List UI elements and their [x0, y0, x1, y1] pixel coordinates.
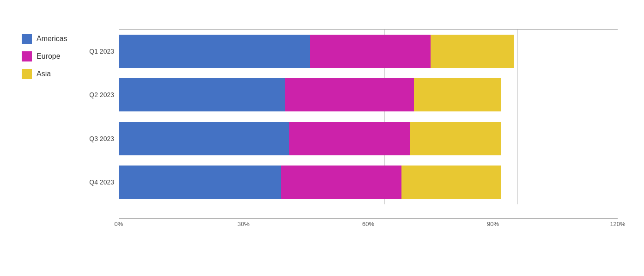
bars-section: Q1 2023Q2 2023Q3 2023Q4 2023 — [86, 30, 618, 218]
bar-quarter-label: Q2 2023 — [86, 91, 119, 98]
bar-segment-asia — [414, 78, 501, 111]
bar-quarter-label: Q3 2023 — [86, 135, 119, 142]
bar-segment-europe — [310, 35, 431, 68]
x-axis-tick: 90% — [487, 221, 499, 227]
chart-legend: AmericasEuropeAsia — [22, 29, 86, 233]
legend-item-asia: Asia — [22, 69, 86, 79]
bar-segment-europe — [281, 166, 401, 199]
bar-segment-americas — [119, 122, 289, 155]
bar-track — [119, 122, 618, 155]
legend-swatch-asia — [22, 69, 32, 79]
x-axis-tick: 60% — [362, 221, 374, 227]
bar-segment-asia — [410, 122, 501, 155]
bar-segment-americas — [119, 78, 285, 111]
bar-track — [119, 166, 618, 199]
bar-row: Q4 2023 — [86, 161, 618, 203]
bar-row: Q1 2023 — [86, 31, 618, 72]
legend-item-americas: Americas — [22, 34, 86, 44]
x-axis-tick: 120% — [610, 221, 625, 227]
bar-segment-europe — [289, 122, 410, 155]
legend-label-asia: Asia — [36, 70, 51, 78]
bar-track — [119, 35, 618, 68]
bar-rows: Q1 2023Q2 2023Q3 2023Q4 2023 — [86, 30, 618, 204]
bar-quarter-label: Q1 2023 — [86, 48, 119, 55]
chart-area: Q1 2023Q2 2023Q3 2023Q4 2023 0%30%60%90%… — [86, 29, 618, 233]
bar-segment-americas — [119, 166, 281, 199]
legend-item-europe: Europe — [22, 51, 86, 61]
legend-label-americas: Americas — [36, 35, 67, 43]
bar-row: Q3 2023 — [86, 118, 618, 159]
legend-label-europe: Europe — [36, 52, 61, 61]
bar-segment-americas — [119, 35, 310, 68]
chart-container: AmericasEuropeAsia Q1 2023Q2 2023Q3 2023… — [12, 9, 632, 268]
legend-swatch-americas — [22, 34, 32, 44]
legend-swatch-europe — [22, 51, 32, 61]
bar-row: Q2 2023 — [86, 74, 618, 116]
x-axis-tick: 30% — [237, 221, 249, 227]
bar-segment-europe — [285, 78, 414, 111]
bar-segment-asia — [431, 35, 514, 68]
bar-track — [119, 78, 618, 111]
bar-segment-asia — [401, 166, 501, 199]
x-axis: 0%30%60%90%120% — [119, 219, 618, 233]
chart-body: AmericasEuropeAsia Q1 2023Q2 2023Q3 2023… — [22, 29, 618, 233]
x-axis-tick: 0% — [115, 221, 123, 227]
bar-quarter-label: Q4 2023 — [86, 178, 119, 186]
